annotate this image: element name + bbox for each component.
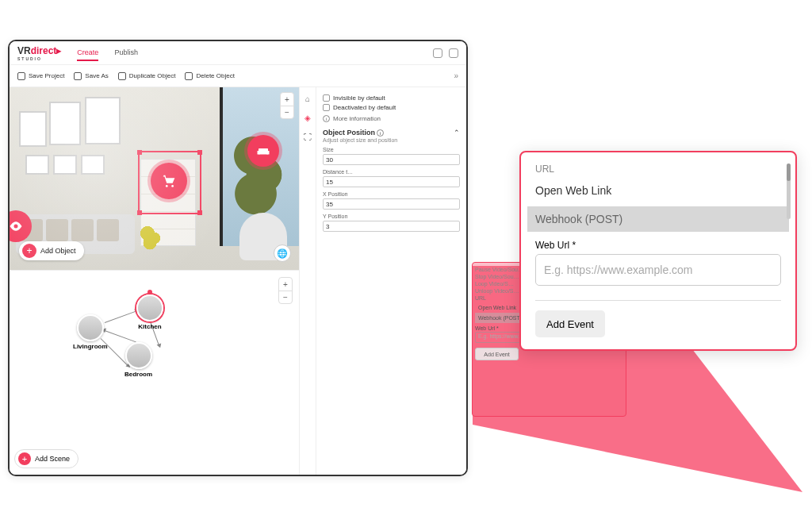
hotspot-cart[interactable] <box>151 163 187 199</box>
rail-home-icon[interactable]: ⌂ <box>303 94 312 103</box>
duplicate-icon <box>118 72 126 80</box>
plus-icon: + <box>22 244 36 258</box>
graph-zoom-out[interactable]: − <box>279 291 292 303</box>
rail-layers-icon[interactable]: ◈ <box>303 113 312 122</box>
option-webhook-post[interactable]: Webhook (POST) <box>527 206 789 232</box>
option-open-web-link[interactable]: Open Web Link <box>527 178 789 203</box>
eye-icon <box>10 218 24 234</box>
nav-tabs: Create Publish <box>77 45 138 61</box>
svg-point-1 <box>171 185 174 187</box>
svg-rect-4 <box>267 151 270 155</box>
save-icon <box>17 72 25 80</box>
inspector-panel: Invisible by default Deactivated by defa… <box>316 87 466 475</box>
selection-box[interactable] <box>138 151 201 214</box>
graph-zoom-in[interactable]: + <box>279 278 292 291</box>
node-kitchen[interactable]: Kitchen <box>136 294 163 330</box>
hotspot-furniture[interactable] <box>247 135 279 167</box>
svg-rect-3 <box>258 151 260 155</box>
deactivated-checkbox-row[interactable]: Deactivated by default <box>323 104 460 111</box>
svg-rect-2 <box>259 148 268 155</box>
node-livingroom[interactable]: Livingroom <box>73 314 108 350</box>
svg-point-0 <box>166 185 168 187</box>
save-project-button[interactable]: Save Project <box>17 72 64 80</box>
toolbar: Save Project Save As Duplicate Object De… <box>10 65 466 87</box>
weburl-input[interactable]: E.g. https://www.example.com <box>535 254 781 286</box>
graph-zoom: + − <box>278 277 293 304</box>
url-header: URL <box>535 164 781 175</box>
tab-publish[interactable]: Publish <box>114 45 138 61</box>
add-object-button[interactable]: + Add Object <box>19 241 84 260</box>
save-as-icon <box>74 72 82 80</box>
cart-icon <box>160 172 178 190</box>
invisible-checkbox-row[interactable]: Invisible by default <box>323 94 460 102</box>
header: VRdirect▸ STUDIO Create Publish <box>10 41 466 65</box>
xpos-input[interactable]: 35 <box>323 198 460 210</box>
delete-object-button[interactable]: Delete Object <box>185 72 234 80</box>
url-callout: URL Open Web Link Webhook (POST) Web Url… <box>519 151 797 351</box>
small-add-event-button[interactable]: Add Event <box>475 348 519 360</box>
rail-expand-icon[interactable]: ⛶ <box>303 132 312 141</box>
scene-graph[interactable]: + − Livingroom Kitchen Bedroom <box>10 270 299 475</box>
plus-icon: + <box>18 452 31 465</box>
add-scene-button[interactable]: + Add Scene <box>14 449 79 468</box>
zoom-out-button[interactable]: − <box>281 106 293 118</box>
ypos-input[interactable]: 3 <box>323 221 460 232</box>
save-as-button[interactable]: Save As <box>74 72 108 80</box>
duplicate-object-button[interactable]: Duplicate Object <box>118 72 176 80</box>
collapse-toolbar-icon[interactable]: » <box>454 71 458 80</box>
weburl-label: Web Url * <box>535 240 781 251</box>
user-icon[interactable] <box>449 48 458 58</box>
logo: VRdirect▸ STUDIO <box>17 45 61 61</box>
size-input[interactable]: 30 <box>323 154 460 165</box>
app-window: VRdirect▸ STUDIO Create Publish Save Pro… <box>8 40 468 476</box>
furniture-icon <box>256 144 270 158</box>
notifications-icon[interactable] <box>433 48 442 58</box>
section-collapse-icon[interactable]: ⌃ <box>454 129 460 137</box>
tab-create[interactable]: Create <box>77 45 98 61</box>
scene-zoom: + − <box>280 92 294 119</box>
preview-eye-button[interactable] <box>10 210 32 242</box>
delete-icon <box>185 72 193 80</box>
callout-scrollbar[interactable] <box>787 164 791 219</box>
add-event-button[interactable]: Add Event <box>535 310 605 337</box>
distance-input[interactable]: 15 <box>323 176 460 187</box>
zoom-in-button[interactable]: + <box>281 93 293 106</box>
more-info-link[interactable]: iMore information <box>323 115 460 122</box>
scene-viewport[interactable]: + − 🌐 + Add Object <box>10 87 299 270</box>
node-bedroom[interactable]: Bedroom <box>124 342 152 378</box>
globe-button[interactable]: 🌐 <box>274 244 291 262</box>
